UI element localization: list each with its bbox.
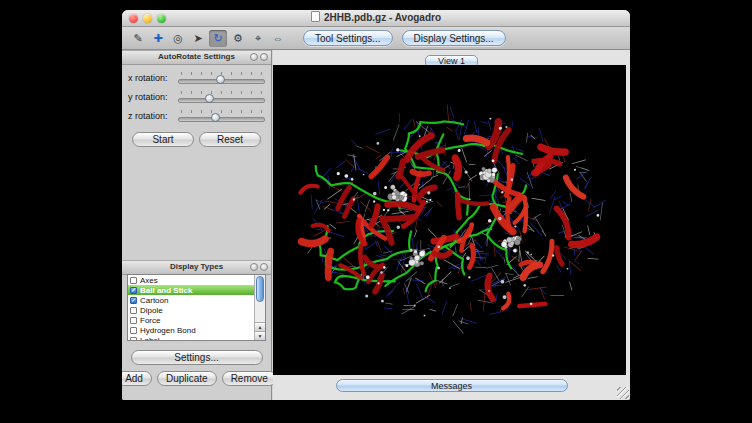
- display-type-label: Cartoon: [140, 296, 168, 305]
- messages-strip: Messages: [273, 375, 630, 395]
- navigate-tool-icon[interactable]: ✚: [149, 30, 167, 47]
- tool-settings-button[interactable]: Tool Settings...: [303, 30, 393, 46]
- slider-track[interactable]: [178, 98, 265, 103]
- molecule-render[interactable]: [273, 65, 626, 375]
- display-types-panel-header: Display Types: [122, 260, 271, 275]
- display-type-checkbox[interactable]: [130, 277, 137, 284]
- add-display-type-button[interactable]: Add: [122, 371, 152, 386]
- display-type-row[interactable]: Force: [128, 315, 254, 325]
- z-rotation-slider[interactable]: [178, 109, 265, 123]
- display-types-panel-buttons: [250, 263, 268, 271]
- slider-knob[interactable]: [205, 94, 214, 103]
- display-settings-button[interactable]: Display Settings...: [402, 30, 506, 46]
- display-type-label: Dipole: [140, 306, 163, 315]
- messages-button[interactable]: Messages: [336, 379, 568, 392]
- autorotate-panel-header: AutoRotate Settings: [122, 50, 271, 65]
- display-type-row[interactable]: Axes: [128, 275, 254, 285]
- display-type-label: Hydrogen Bond: [140, 326, 196, 335]
- measure-tool-icon[interactable]: ⌖: [249, 30, 267, 47]
- resize-grip[interactable]: [617, 387, 629, 399]
- display-type-label: Force: [140, 316, 160, 325]
- desktop-background: 2HHB.pdb.gz - Avogadro ✎✚◎➤↻⚙⌖⇔ Tool Set…: [0, 0, 752, 423]
- autorotate-panel-buttons: [250, 53, 268, 61]
- sidebar: AutoRotate Settings x rotation:y rotatio…: [122, 50, 272, 400]
- duplicate-display-type-button[interactable]: Duplicate: [157, 371, 217, 386]
- display-type-checkbox[interactable]: [130, 307, 137, 314]
- window-title-text: 2HHB.pdb.gz - Avogadro: [324, 12, 441, 23]
- selection-tool-icon[interactable]: ➤: [189, 30, 207, 47]
- display-type-checkbox[interactable]: [130, 337, 137, 342]
- display-type-checkbox[interactable]: [130, 317, 137, 324]
- display-type-settings-row: Settings...: [122, 350, 271, 365]
- slider-ticks: [181, 110, 262, 113]
- scroll-up-icon[interactable]: ▲: [255, 322, 265, 331]
- window-title: 2HHB.pdb.gz - Avogadro: [122, 11, 630, 25]
- rotation-sliders: x rotation:y rotation:z rotation:: [122, 68, 271, 125]
- display-type-checkbox[interactable]: [130, 327, 137, 334]
- display-types-panel-close-button[interactable]: [260, 263, 268, 271]
- slider-ticks: [181, 72, 262, 75]
- display-type-row[interactable]: Hydrogen Bond: [128, 325, 254, 335]
- display-type-label: Label: [140, 336, 160, 342]
- display-type-label: Axes: [140, 276, 158, 285]
- start-button[interactable]: Start: [132, 132, 194, 147]
- x-rotation-slider[interactable]: [178, 71, 265, 85]
- display-type-row[interactable]: ✓Ball and Stick: [128, 285, 254, 295]
- autorotate-buttons: Start Reset: [122, 132, 271, 147]
- slider-track[interactable]: [178, 117, 265, 122]
- bond-centric-tool-icon[interactable]: ◎: [169, 30, 187, 47]
- reset-button[interactable]: Reset: [199, 132, 261, 147]
- display-type-label: Ball and Stick: [140, 286, 192, 295]
- x-rotation-row: x rotation:: [122, 68, 271, 87]
- list-scrollbar[interactable]: ▲▼: [254, 275, 265, 340]
- autorotate-panel-float-button[interactable]: [250, 53, 258, 61]
- display-type-row[interactable]: Label: [128, 335, 254, 341]
- tool-icon-group: ✎✚◎➤↻⚙⌖⇔: [129, 30, 287, 47]
- slider-ticks: [181, 91, 262, 94]
- slider-knob[interactable]: [211, 113, 220, 122]
- view-area: View 1 Messages: [273, 50, 630, 400]
- y-rotation-row: y rotation:: [122, 87, 271, 106]
- autorotate-panel-title: AutoRotate Settings: [158, 52, 235, 61]
- display-type-row[interactable]: ✓Cartoon: [128, 295, 254, 305]
- scroll-down-icon[interactable]: ▼: [255, 331, 265, 340]
- window-titlebar[interactable]: 2HHB.pdb.gz - Avogadro: [122, 10, 630, 27]
- display-types-panel-title: Display Types: [170, 262, 223, 271]
- display-type-row[interactable]: Dipole: [128, 305, 254, 315]
- y-rotation-slider[interactable]: [178, 90, 265, 104]
- z-rotation-label: z rotation:: [128, 111, 178, 121]
- scrollbar-thumb[interactable]: [256, 276, 264, 302]
- y-rotation-label: y rotation:: [128, 92, 178, 102]
- auto-rotate-tool-icon[interactable]: ↻: [209, 30, 227, 47]
- display-type-actions: Add Duplicate Remove: [122, 371, 271, 386]
- autorotate-panel-close-button[interactable]: [260, 53, 268, 61]
- auto-optimize-tool-icon[interactable]: ⚙: [229, 30, 247, 47]
- document-icon: [311, 11, 320, 22]
- gl-viewport: [273, 65, 626, 375]
- display-types-list: Axes✓Ball and Stick✓CartoonDipoleForceHy…: [127, 274, 266, 341]
- z-rotation-row: z rotation:: [122, 106, 271, 125]
- view-tab-strip: View 1: [273, 50, 630, 65]
- align-tool-icon[interactable]: ⇔: [269, 30, 287, 47]
- display-type-settings-button[interactable]: Settings...: [131, 350, 263, 365]
- display-type-checkbox[interactable]: ✓: [130, 297, 137, 304]
- main-toolbar: ✎✚◎➤↻⚙⌖⇔ Tool Settings... Display Settin…: [122, 27, 630, 50]
- avogadro-window: 2HHB.pdb.gz - Avogadro ✎✚◎➤↻⚙⌖⇔ Tool Set…: [122, 10, 630, 400]
- remove-display-type-button[interactable]: Remove: [222, 371, 277, 386]
- draw-tool-icon[interactable]: ✎: [129, 30, 147, 47]
- x-rotation-label: x rotation:: [128, 73, 178, 83]
- display-type-checkbox[interactable]: ✓: [130, 287, 137, 294]
- slider-knob[interactable]: [216, 75, 225, 84]
- display-types-panel-float-button[interactable]: [250, 263, 258, 271]
